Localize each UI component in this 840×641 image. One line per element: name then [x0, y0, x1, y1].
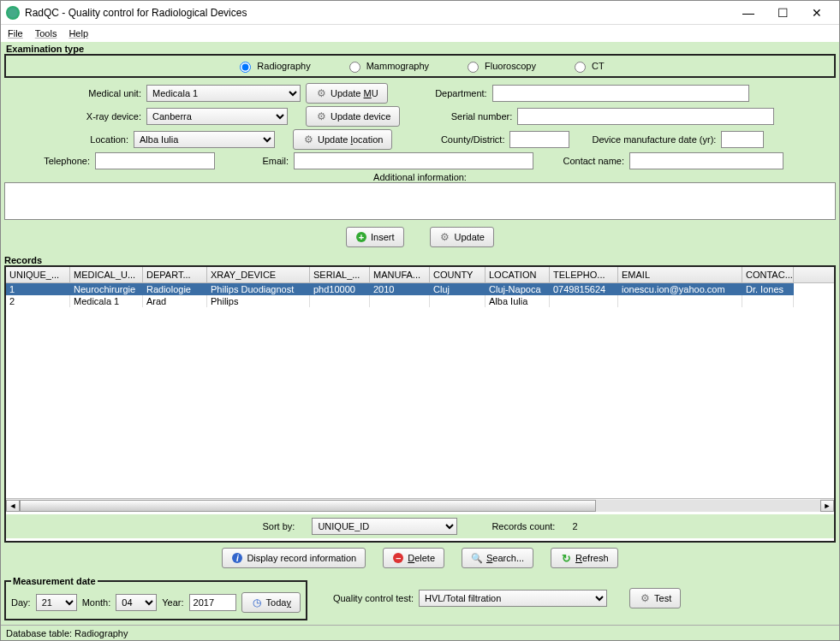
radio-fluoroscopy[interactable]: Fluoroscopy: [463, 59, 536, 73]
table-cell: Cluj-Napoca: [486, 283, 550, 295]
update-location-button[interactable]: Update location: [293, 129, 392, 150]
app-window: RadQC - Quality control for Radiological…: [0, 0, 840, 641]
county-input[interactable]: [509, 131, 569, 148]
qc-test-label: Quality control test:: [333, 593, 414, 603]
table-cell: Philips: [207, 295, 310, 307]
update-mu-button[interactable]: Update MU: [306, 83, 388, 104]
scroll-left-arrow[interactable]: ◄: [6, 500, 20, 512]
delete-button[interactable]: Delete: [383, 548, 444, 568]
content-area: Examination type Radiography Mammography…: [1, 42, 839, 625]
column-header[interactable]: UNIQUE_...: [6, 267, 70, 282]
table-cell: 2010: [370, 283, 430, 295]
qc-test-select[interactable]: HVL/Total filtration: [419, 590, 607, 607]
table-cell: [742, 295, 794, 307]
update-device-button[interactable]: Update device: [306, 106, 400, 127]
table-cell: Neurochirurgie: [70, 283, 143, 295]
horizontal-scrollbar[interactable]: ◄ ►: [6, 498, 834, 512]
clock-icon: [251, 596, 263, 608]
serial-input[interactable]: [517, 108, 774, 125]
department-input[interactable]: [492, 85, 749, 102]
table-header: UNIQUE_...MEDICAL_U...DEPART...XRAY_DEVI…: [6, 267, 834, 283]
table-cell: 0749815624: [550, 283, 618, 295]
titlebar: RadQC - Quality control for Radiological…: [1, 1, 839, 25]
mfd-label: Device manufacture date (yr):: [592, 134, 716, 145]
menu-file[interactable]: File: [8, 28, 23, 39]
year-input[interactable]: [189, 594, 236, 611]
xray-label: X-ray device:: [4, 111, 141, 122]
contact-input[interactable]: [629, 152, 783, 169]
scroll-track[interactable]: [20, 500, 820, 512]
day-label: Day:: [11, 597, 31, 608]
table-cell: [618, 295, 742, 307]
table-cell: phd10000: [310, 283, 370, 295]
statusbar: Database table: Radiography: [1, 625, 839, 640]
department-label: Department:: [402, 88, 487, 98]
radio-radiography[interactable]: Radiography: [235, 59, 310, 73]
scroll-thumb[interactable]: [20, 500, 596, 512]
test-button[interactable]: Test: [629, 588, 681, 608]
info-icon: [231, 552, 243, 564]
column-header[interactable]: SERIAL_...: [310, 267, 370, 282]
column-header[interactable]: CONTAC...: [742, 267, 794, 282]
column-header[interactable]: TELEPHO...: [550, 267, 618, 282]
refresh-button[interactable]: Refresh: [551, 548, 618, 568]
records-count-label: Records count:: [491, 521, 555, 531]
table-body: 1NeurochirurgieRadiologiePhilips Duodiag…: [6, 283, 834, 498]
examination-type-fieldset: Examination type Radiography Mammography…: [4, 44, 836, 252]
minus-icon: [392, 552, 404, 564]
plus-icon: [355, 231, 367, 243]
table-row[interactable]: 2Medicala 1AradPhilipsAlba Iulia: [6, 295, 834, 307]
addl-info-label: Additional information:: [4, 172, 836, 182]
examination-type-legend: Examination type: [4, 44, 86, 54]
column-header[interactable]: XRAY_DEVICE: [207, 267, 310, 282]
telephone-label: Telephone:: [4, 156, 90, 166]
telephone-input[interactable]: [95, 152, 215, 169]
day-select[interactable]: 21: [36, 594, 77, 611]
scroll-right-arrow[interactable]: ►: [820, 500, 834, 512]
menu-help[interactable]: Help: [69, 28, 88, 39]
table-cell: [430, 295, 486, 307]
search-button[interactable]: Search...: [462, 548, 533, 568]
addl-info-textarea[interactable]: [4, 182, 836, 220]
records-legend: Records: [4, 255, 836, 265]
table-cell: Dr. Iones: [742, 283, 794, 295]
search-icon: [471, 552, 483, 564]
medical-unit-label: Medical unit:: [4, 88, 141, 98]
maximize-button[interactable]: ☐: [766, 3, 800, 23]
close-button[interactable]: ✕: [800, 3, 834, 23]
location-label: Location:: [4, 134, 128, 145]
table-cell: Philips Duodiagnost: [207, 283, 310, 295]
minimize-button[interactable]: —: [731, 3, 766, 23]
column-header[interactable]: MEDICAL_U...: [70, 267, 143, 282]
email-label: Email:: [220, 156, 289, 166]
column-header[interactable]: EMAIL: [618, 267, 742, 282]
measurement-date-legend: Measurement date: [11, 576, 98, 586]
refresh-icon: [560, 552, 572, 564]
insert-button[interactable]: Insert: [346, 227, 404, 247]
column-header[interactable]: LOCATION: [486, 267, 550, 282]
column-header[interactable]: MANUFA...: [370, 267, 430, 282]
column-header[interactable]: COUNTY: [430, 267, 486, 282]
gear-icon: [315, 87, 327, 99]
menu-tools[interactable]: Tools: [35, 28, 57, 39]
display-record-button[interactable]: Display record information: [222, 548, 366, 568]
table-cell: Alba Iulia: [486, 295, 550, 307]
column-header[interactable]: DEPART...: [143, 267, 207, 282]
month-select[interactable]: 04: [116, 594, 157, 611]
radio-mammography[interactable]: Mammography: [345, 59, 429, 73]
window-title: RadQC - Quality control for Radiological…: [25, 7, 731, 19]
medical-unit-select[interactable]: Medicala 1: [146, 85, 301, 102]
gear-icon: [439, 231, 451, 243]
email-input[interactable]: [294, 152, 533, 169]
location-select[interactable]: Alba Iulia: [134, 131, 275, 148]
today-button[interactable]: Today: [241, 592, 301, 613]
table-cell: [550, 295, 618, 307]
update-button[interactable]: Update: [430, 227, 494, 247]
radio-ct[interactable]: CT: [570, 59, 605, 73]
status-text: Database table: Radiography: [6, 628, 128, 638]
xray-select[interactable]: Canberra: [146, 108, 288, 125]
table-row[interactable]: 1NeurochirurgieRadiologiePhilips Duodiag…: [6, 283, 834, 295]
sort-by-select[interactable]: UNIQUE_ID: [312, 518, 457, 535]
mfd-input[interactable]: [721, 131, 764, 148]
measurement-date-fieldset: Measurement date Day: 21 Month: 04 Year:…: [4, 576, 307, 620]
